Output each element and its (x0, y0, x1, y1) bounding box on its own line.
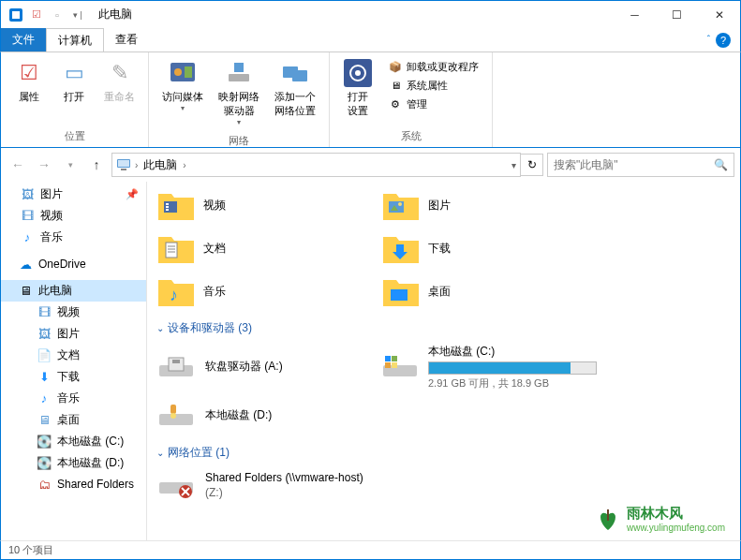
pin-icon: 📌 (126, 188, 139, 200)
nav-pc-downloads[interactable]: ⬇下载 (1, 366, 146, 388)
svg-rect-1 (12, 11, 20, 19)
watermark-url: www.yulingmufeng.com (627, 523, 725, 533)
nav-back-button[interactable]: ← (7, 154, 29, 176)
help-icon[interactable]: ? (716, 33, 731, 48)
ribbon-group-location-label: 位置 (1, 127, 148, 147)
folder-videos[interactable]: 视频 (151, 184, 376, 227)
svg-rect-16 (166, 203, 169, 205)
add-network-location-button[interactable]: 添加一个 网络位置 (269, 56, 321, 120)
nav-pc-music[interactable]: ♪音乐 (1, 388, 146, 409)
svg-rect-8 (292, 70, 307, 81)
svg-rect-35 (385, 362, 391, 368)
search-box[interactable]: 🔍 (547, 153, 734, 177)
chevron-down-icon: ⌄ (156, 448, 164, 458)
quick-properties-icon[interactable]: ☑ (29, 7, 44, 22)
folder-music[interactable]: ♪ 音乐 (151, 270, 376, 313)
address-dropdown-icon[interactable]: ▾ (511, 160, 516, 170)
folder-icon: ♪ (156, 273, 196, 309)
uninstall-programs-button[interactable]: 📦 卸载或更改程序 (386, 58, 481, 75)
folder-label: 音乐 (203, 284, 226, 300)
ribbon-collapse-icon[interactable]: ˆ (707, 35, 710, 45)
folder-icon (381, 273, 421, 309)
access-media-button[interactable]: 访问媒体 ▾ (156, 56, 209, 114)
add-location-icon (280, 58, 310, 88)
folder-label: 下载 (428, 241, 451, 257)
quick-access-icon[interactable] (8, 7, 23, 22)
drive-floppy[interactable]: 软盘驱动器 (A:) (151, 340, 376, 394)
folder-desktop[interactable]: 桌面 (376, 270, 600, 313)
nav-pc-diskd[interactable]: 💽本地磁盘 (D:) (1, 452, 146, 474)
folder-downloads[interactable]: 下载 (376, 227, 600, 270)
properties-label: 属性 (19, 90, 39, 104)
section-network-label: 网络位置 (1) (168, 445, 230, 461)
maximize-button[interactable]: ☐ (656, 1, 698, 29)
drive-c[interactable]: 本地磁盘 (C:) 2.91 GB 可用 , 共 18.9 GB (376, 340, 600, 394)
quick-doc-icon[interactable]: ▫ (50, 7, 65, 22)
nav-pc-documents[interactable]: 📄文档 (1, 345, 146, 366)
system-properties-button[interactable]: 🖥 系统属性 (386, 77, 481, 94)
folder-label: 文档 (203, 241, 226, 257)
documents-icon: 📄 (37, 348, 52, 363)
svg-rect-6 (234, 63, 244, 72)
drive-usage-text: 2.91 GB 可用 , 共 18.9 GB (428, 376, 597, 391)
drive-label: Shared Folders (\\vmware-host) (205, 471, 426, 484)
videos-icon: 🎞 (20, 209, 35, 224)
tab-file[interactable]: 文件 (1, 28, 46, 52)
downloads-icon: ⬇ (37, 370, 52, 385)
network-drive-icon (156, 468, 196, 504)
network-drive-shared[interactable]: Shared Folders (\\vmware-host) (Z:) (151, 464, 432, 508)
nav-pc-diskc[interactable]: 💽本地磁盘 (C:) (1, 431, 146, 452)
nav-pc-desktop[interactable]: 🖥桌面 (1, 409, 146, 431)
tab-computer[interactable]: 计算机 (46, 28, 104, 52)
disk-icon: 💽 (37, 456, 52, 471)
svg-rect-14 (121, 169, 126, 170)
map-drive-button[interactable]: 映射网络 驱动器 ▾ (213, 56, 265, 128)
address-field[interactable]: › 此电脑 › ▾ (111, 153, 521, 177)
folder-icon (156, 187, 196, 223)
nav-up-button[interactable]: ↑ (85, 154, 108, 176)
nav-pc-pictures[interactable]: 🖼图片 (1, 323, 146, 345)
quick-dropdown[interactable]: ▾ | (70, 7, 85, 22)
drive-usage-bar (428, 361, 597, 375)
open-settings-button[interactable]: 打开 设置 (337, 56, 378, 120)
nav-pictures[interactable]: 🖼图片📌 (1, 184, 146, 205)
section-devices[interactable]: ⌄ 设备和驱动器 (3) (151, 313, 740, 340)
thispc-icon: 🖥 (18, 284, 33, 299)
breadcrumb-sep: › (135, 160, 138, 170)
folder-documents[interactable]: 文档 (151, 227, 376, 270)
properties-button[interactable]: ☑ 属性 (8, 56, 50, 106)
rename-button[interactable]: ✎ 重命名 (98, 56, 141, 106)
ribbon: ☑ 属性 ▭ 打开 ✎ 重命名 位置 访问媒体 ▾ 映射网络 驱动器 (0, 52, 741, 148)
rename-label: 重命名 (104, 90, 135, 104)
breadcrumb-thispc[interactable]: 此电脑 (141, 157, 179, 173)
nav-music[interactable]: ♪音乐 (1, 227, 146, 248)
ribbon-group-system-label: 系统 (330, 127, 492, 147)
content-pane[interactable]: 视频 图片 文档 下载 ♪ 音乐 桌面 (147, 182, 740, 540)
settings-icon (343, 58, 373, 88)
drive-d[interactable]: 本地磁盘 (D:) (151, 394, 376, 437)
nav-thispc[interactable]: 🖥此电脑 (1, 280, 146, 302)
tab-view[interactable]: 查看 (104, 28, 149, 52)
nav-pc-videos[interactable]: 🎞视频 (1, 302, 146, 323)
section-network[interactable]: ⌄ 网络位置 (1) (151, 437, 740, 464)
open-button[interactable]: ▭ 打开 (53, 56, 95, 106)
search-input[interactable] (554, 158, 714, 171)
manage-button[interactable]: ⚙ 管理 (386, 96, 481, 112)
nav-pc-shared[interactable]: 🗂Shared Folders (1, 474, 146, 494)
svg-rect-34 (392, 356, 397, 361)
folder-pictures[interactable]: 图片 (376, 184, 600, 227)
nav-videos[interactable]: 🎞视频 (1, 205, 146, 227)
nav-forward-button[interactable]: → (33, 154, 55, 176)
folder-label: 图片 (428, 198, 451, 214)
nav-history-dropdown[interactable]: ▾ (59, 154, 82, 176)
refresh-button[interactable]: ↻ (521, 154, 543, 176)
ribbon-group-location: ☑ 属性 ▭ 打开 ✎ 重命名 位置 (1, 52, 149, 147)
nav-onedrive[interactable]: ☁OneDrive (1, 254, 146, 274)
watermark-name: 雨林木风 (627, 505, 725, 523)
media-label: 访问媒体 (162, 90, 203, 104)
navigation-pane[interactable]: 🖼图片📌 🎞视频 ♪音乐 ☁OneDrive 🖥此电脑 🎞视频 🖼图片 📄文档 … (1, 182, 147, 540)
minimize-button[interactable]: ─ (614, 1, 656, 29)
search-icon: 🔍 (714, 158, 728, 171)
close-button[interactable]: ✕ (698, 1, 740, 29)
svg-rect-31 (172, 360, 180, 363)
